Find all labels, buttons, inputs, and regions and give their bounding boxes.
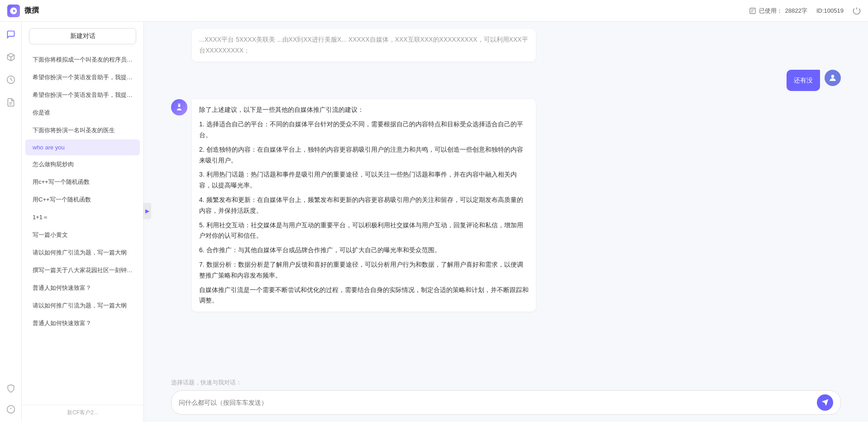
ai-para-4: 4. 频繁发布和更新：在自媒体平台上，频繁发布和更新的内容更容易吸引用户的关注和… bbox=[199, 195, 529, 216]
message-row-user-1: 还有没 bbox=[171, 70, 841, 91]
svg-point-7 bbox=[831, 75, 835, 78]
icon-bar-bottom bbox=[4, 381, 18, 417]
ai-para-8: 自媒体推广引流是一个需要不断尝试和优化的过程，需要结合自身的实际情况，制定合适的… bbox=[199, 285, 529, 307]
header-right: 已使用：28822字 ID:100519 bbox=[749, 7, 861, 15]
conversation-list: 下面你将模拟成一个叫圣友的程序员，我说... 希望你扮演一个英语发音助手，我提供… bbox=[22, 49, 143, 405]
send-button[interactable] bbox=[817, 394, 833, 411]
nav-chat-icon[interactable] bbox=[4, 27, 18, 42]
message-row-ai-1: 除了上述建议，以下是一些其他的自媒体推广引流的建议： 1. 选择适合自己的平台：… bbox=[171, 99, 841, 312]
usage-icon bbox=[749, 7, 756, 14]
user-avatar bbox=[825, 70, 841, 86]
app-title: 微撰 bbox=[24, 6, 39, 15]
usage-count: 28822字 bbox=[785, 7, 807, 15]
app-logo bbox=[7, 5, 20, 17]
ai-para-3: 3. 利用热门话题：热门话题和事件是吸引用户的重要途径，可以关注一些热门话题和事… bbox=[199, 169, 529, 191]
sidebar-item-1[interactable]: 下面你将模拟成一个叫圣友的程序员，我说... bbox=[25, 51, 140, 68]
sidebar-item-3[interactable]: 希望你扮演一个英语发音助手，我提供给你... bbox=[25, 86, 140, 104]
message-list: ...XXXX平台 5XXXX美联美 ...由XX到XX进行美服X... XXX… bbox=[144, 22, 868, 374]
sidebar-item-4[interactable]: 你是谁 bbox=[25, 104, 140, 121]
ai-message-bubble-1: 除了上述建议，以下是一些其他的自媒体推广引流的建议： 1. 选择适合自己的平台：… bbox=[192, 99, 536, 312]
nav-clock-icon[interactable] bbox=[4, 72, 18, 87]
power-button[interactable] bbox=[853, 7, 861, 15]
sidebar: 新建对话 下面你将模拟成一个叫圣友的程序员，我说... 希望你扮演一个英语发音助… bbox=[22, 22, 144, 422]
sidebar-bottom-text: 新CF客户2... bbox=[22, 405, 143, 422]
sidebar-item-9[interactable]: 用C++写一个随机函数 bbox=[25, 191, 140, 208]
nav-doc-icon[interactable] bbox=[4, 95, 18, 110]
sidebar-item-15[interactable]: 请以如何推广引流为题，写一篇大纲 bbox=[25, 297, 140, 314]
ai-avatar bbox=[171, 99, 187, 115]
new-conversation-button[interactable]: 新建对话 bbox=[29, 28, 136, 44]
input-row bbox=[171, 390, 841, 415]
sidebar-item-12[interactable]: 请以如何推广引流为题，写一篇大纲 bbox=[25, 244, 140, 261]
chat-area: ...XXXX平台 5XXXX美联美 ...由XX到XX进行美服X... XXX… bbox=[144, 22, 868, 422]
user-id: ID:100519 bbox=[816, 7, 844, 14]
nav-info-icon[interactable] bbox=[4, 402, 18, 417]
sidebar-item-5[interactable]: 下面你将扮演一名叫圣友的医生 bbox=[25, 122, 140, 139]
sidebar-item-7[interactable]: 怎么做狗屁炒肉 bbox=[25, 156, 140, 173]
ai-para-6: 6. 合作推广：与其他自媒体平台或品牌合作推广，可以扩大自己的曝光率和受众范围。 bbox=[199, 245, 529, 256]
nav-cube-icon[interactable] bbox=[4, 50, 18, 64]
user-message-bubble-1: 还有没 bbox=[787, 70, 820, 91]
sidebar-item-13[interactable]: 撰写一篇关于八大家花园社区一刻钟便民生... bbox=[25, 262, 140, 279]
ai-para-5: 5. 利用社交互动：社交媒体是与用户互动的重要平台，可以积极利用社交媒体与用户互… bbox=[199, 220, 529, 242]
chat-footer: 选择话题，快速与我对话： bbox=[144, 374, 868, 422]
sidebar-item-16[interactable]: 普通人如何快速致富？ bbox=[25, 315, 140, 332]
ai-para-2: 2. 创造独特的内容：在自媒体平台上，独特的内容更容易吸引用户的注意力和共鸣，可… bbox=[199, 144, 529, 166]
sidebar-item-10[interactable]: 1+1＝ bbox=[25, 209, 140, 226]
svg-point-8 bbox=[178, 105, 181, 107]
sidebar-item-11[interactable]: 写一篇小黄文 bbox=[25, 226, 140, 244]
sidebar-item-6[interactable]: who are you bbox=[25, 139, 140, 155]
usage-display: 已使用：28822字 bbox=[749, 7, 807, 15]
partial-ai-message: ...XXXX平台 5XXXX美联美 ...由XX到XX进行美服X... XXX… bbox=[192, 29, 536, 62]
ai-para-7: 7. 数据分析：数据分析是了解用户反馈和喜好的重要途径，可以分析用户行为和数据，… bbox=[199, 259, 529, 281]
header: 微撰 已使用：28822字 ID:100519 bbox=[0, 0, 868, 22]
usage-label: 已使用： bbox=[759, 7, 782, 15]
icon-bar bbox=[0, 22, 22, 422]
sidebar-collapse-button[interactable]: ▶ bbox=[143, 203, 151, 219]
sidebar-item-2[interactable]: 希望你扮演一个英语发音助手，我提供给你... bbox=[25, 69, 140, 86]
sidebar-item-14[interactable]: 普通人如何快速致富？ bbox=[25, 279, 140, 297]
quick-topics-label: 选择话题，快速与我对话： bbox=[171, 379, 841, 387]
nav-shield-icon[interactable] bbox=[4, 381, 18, 396]
main-layout: 新建对话 下面你将模拟成一个叫圣友的程序员，我说... 希望你扮演一个英语发音助… bbox=[0, 22, 868, 422]
ai-para-0: 除了上述建议，以下是一些其他的自媒体推广引流的建议： bbox=[199, 105, 529, 115]
ai-para-1: 1. 选择适合自己的平台：不同的自媒体平台针对的受众不同，需要根据自己的内容特点… bbox=[199, 119, 529, 141]
sidebar-item-8[interactable]: 用c++写一个随机函数 bbox=[25, 173, 140, 191]
header-left: 微撰 bbox=[7, 5, 39, 17]
chat-input[interactable] bbox=[179, 399, 813, 406]
